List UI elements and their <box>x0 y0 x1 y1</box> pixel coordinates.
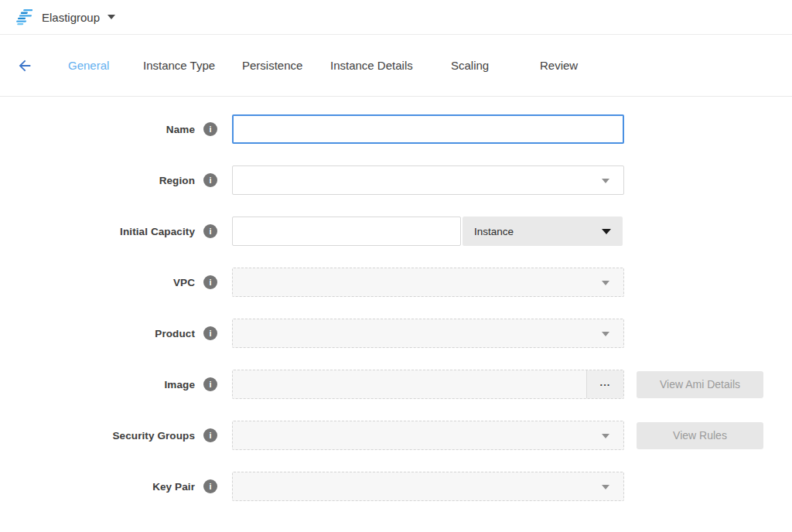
chevron-down-icon <box>602 229 611 234</box>
tab-review[interactable]: Review <box>540 59 578 72</box>
capacity-unit-select[interactable]: Instance <box>463 217 623 246</box>
elastigroup-create-page: Elastigroup General Instance Type Persis… <box>0 0 792 532</box>
browse-ellipsis-button[interactable]: ... <box>586 370 623 398</box>
info-icon[interactable]: i <box>203 326 217 340</box>
top-bar: Elastigroup <box>0 0 792 35</box>
chevron-down-icon <box>602 179 609 183</box>
tab-general[interactable]: General <box>68 59 109 72</box>
name-input[interactable] <box>232 114 624 144</box>
arrow-left-icon <box>16 65 33 77</box>
form-row-security-groups: Security Groups i View Rules <box>0 421 792 450</box>
chevron-down-icon <box>602 485 609 489</box>
form-row-initial-capacity: Initial Capacity i Instance <box>0 217 792 246</box>
key-pair-select <box>232 472 624 501</box>
info-icon[interactable]: i <box>203 377 217 391</box>
form-row-key-pair: Key Pair i <box>0 472 792 501</box>
initial-capacity-input[interactable] <box>232 217 461 246</box>
wizard-tab-bar: General Instance Type Persistence Instan… <box>0 35 792 97</box>
region-label: Region <box>0 175 195 186</box>
info-icon[interactable]: i <box>203 224 217 238</box>
general-settings-form: Name i Region i Initial Capacity i In <box>0 114 792 523</box>
info-icon[interactable]: i <box>203 428 217 442</box>
initial-capacity-label: Initial Capacity <box>0 226 195 237</box>
name-control <box>232 114 624 144</box>
chevron-down-icon <box>602 434 609 438</box>
image-control: ... <box>232 370 624 399</box>
form-row-product: Product i <box>0 319 792 348</box>
form-row-name: Name i <box>0 114 792 144</box>
info-icon[interactable]: i <box>203 275 217 289</box>
region-select[interactable] <box>232 165 624 195</box>
tab-persistence[interactable]: Persistence <box>242 59 302 72</box>
vpc-select <box>232 268 624 297</box>
product-control <box>232 319 624 348</box>
chevron-down-icon[interactable] <box>108 15 115 19</box>
tab-instance-type[interactable]: Instance Type <box>143 59 215 72</box>
name-label: Name <box>0 124 195 135</box>
security-groups-label: Security Groups <box>0 430 195 442</box>
initial-capacity-control: Instance <box>232 217 624 246</box>
product-label: Product <box>0 328 195 339</box>
app-title[interactable]: Elastigroup <box>42 11 100 24</box>
info-icon[interactable]: i <box>203 173 217 187</box>
view-rules-button[interactable]: View Rules <box>637 422 763 449</box>
view-ami-details-button[interactable]: View Ami Details <box>637 371 763 398</box>
product-select <box>232 319 624 348</box>
region-control <box>232 165 624 195</box>
form-row-image: Image i ... View Ami Details <box>0 370 792 399</box>
tab-instance-details[interactable]: Instance Details <box>330 59 413 72</box>
info-icon[interactable]: i <box>203 122 217 136</box>
security-groups-select <box>232 421 624 450</box>
form-row-vpc: VPC i <box>0 268 792 297</box>
elastigroup-logo-icon[interactable] <box>12 8 32 26</box>
tab-scaling[interactable]: Scaling <box>451 59 489 72</box>
chevron-down-icon <box>602 281 609 285</box>
security-groups-control <box>232 421 624 450</box>
key-pair-label: Key Pair <box>0 481 195 493</box>
info-icon[interactable]: i <box>203 479 217 493</box>
vpc-control <box>232 268 624 297</box>
key-pair-control <box>232 472 624 501</box>
capacity-unit-value: Instance <box>474 226 514 237</box>
vpc-label: VPC <box>0 277 195 288</box>
chevron-down-icon <box>602 332 609 336</box>
back-button[interactable] <box>15 57 34 76</box>
image-input: ... <box>232 370 624 399</box>
image-label: Image <box>0 379 195 390</box>
form-row-region: Region i <box>0 165 792 195</box>
